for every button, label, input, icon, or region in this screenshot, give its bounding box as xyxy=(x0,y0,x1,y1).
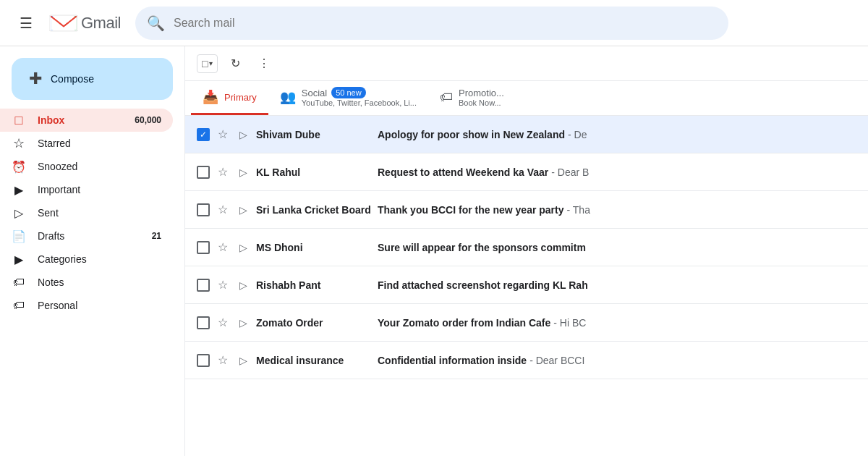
important-button[interactable]: ▷ xyxy=(236,240,250,255)
drafts-icon: 📄 xyxy=(12,229,26,243)
table-row[interactable]: ☆ ▷ Rishabh Pant Find attached screensho… xyxy=(185,266,868,304)
star-button[interactable]: ☆ xyxy=(216,203,230,217)
email-checkbox[interactable]: ✓ xyxy=(197,128,210,141)
important-button[interactable]: ▷ xyxy=(236,316,250,330)
star-button[interactable]: ☆ xyxy=(216,278,230,292)
email-sender: Medical insurance xyxy=(256,355,372,366)
more-icon: ⋮ xyxy=(258,56,270,70)
sidebar-item-starred[interactable]: ☆Starred xyxy=(0,132,173,155)
promotions-tab-label: Promotio... xyxy=(459,88,504,98)
sidebar-item-categories[interactable]: ▶Categories xyxy=(0,248,173,271)
important-button[interactable]: ▷ xyxy=(236,353,250,368)
sidebar-item-label: Notes xyxy=(38,276,161,288)
important-button[interactable]: ▷ xyxy=(236,127,250,142)
promotions-tab-sublabel: Book Now... xyxy=(459,98,504,107)
gmail-m-icon xyxy=(49,12,78,34)
refresh-button[interactable]: ↻ xyxy=(224,52,247,75)
email-subject: Apology for poor show in New Zealand xyxy=(378,129,565,140)
email-body: Find attached screenshot regarding KL Ra… xyxy=(378,279,856,291)
star-icon: ☆ xyxy=(12,135,26,151)
email-subject: Sure will appear for the sponsors commit… xyxy=(378,242,586,253)
table-row[interactable]: ☆ ▷ Medical insurance Confidential infor… xyxy=(185,342,868,379)
sidebar-item-count: 60,000 xyxy=(135,115,161,125)
categories-icon: ▶ xyxy=(12,253,26,266)
tab-promotions[interactable]: 🏷 Promotio... Book Now... xyxy=(428,81,516,115)
email-preview: - De xyxy=(568,129,587,140)
table-row[interactable]: ☆ ▷ Sri Lanka Cricket Board Thank you BC… xyxy=(185,191,868,229)
main-content: □ ▾ ↻ ⋮ 📥 Primary 👥 Social 50 new xyxy=(185,46,868,456)
social-tab-sublabel: YouTube, Twitter, Facebook, Li... xyxy=(302,98,417,107)
email-body: Your Zomato order from Indian Cafe - Hi … xyxy=(378,317,856,329)
app-header: ☰ Gmail 🔍 xyxy=(0,0,868,46)
email-checkbox[interactable] xyxy=(197,316,210,329)
important-button[interactable]: ▷ xyxy=(236,278,250,292)
email-checkbox[interactable] xyxy=(197,203,210,216)
promotions-tab-content: Promotio... Book Now... xyxy=(459,88,504,107)
star-button[interactable]: ☆ xyxy=(216,165,230,180)
social-tab-icon: 👥 xyxy=(280,89,296,105)
table-row[interactable]: ☆ ▷ MS Dhoni Sure will appear for the sp… xyxy=(185,229,868,266)
toolbar: □ ▾ ↻ ⋮ xyxy=(185,46,868,81)
email-body: Request to attend Weekend ka Vaar - Dear… xyxy=(378,166,856,178)
email-checkbox[interactable] xyxy=(197,166,210,179)
email-sender: Sri Lanka Cricket Board xyxy=(256,204,372,216)
star-button[interactable]: ☆ xyxy=(216,127,230,142)
email-sender: Rishabh Pant xyxy=(256,279,372,291)
sidebar-item-sent[interactable]: ▷Sent xyxy=(0,201,173,224)
nav-list: □Inbox60,000☆Starred⏰Snoozed▶Important▷S… xyxy=(0,109,184,317)
email-preview: - Dear B xyxy=(551,166,589,178)
compose-button[interactable]: ✚ Compose xyxy=(12,58,173,100)
hamburger-button[interactable]: ☰ xyxy=(12,9,41,38)
tab-social[interactable]: 👥 Social 50 new YouTube, Twitter, Facebo… xyxy=(268,81,428,115)
table-row[interactable]: ✓ ☆ ▷ Shivam Dube Apology for poor show … xyxy=(185,116,868,153)
personal-icon: 🏷 xyxy=(12,299,26,312)
email-list: ✓ ☆ ▷ Shivam Dube Apology for poor show … xyxy=(185,116,868,456)
star-button[interactable]: ☆ xyxy=(216,240,230,255)
sidebar-item-snoozed[interactable]: ⏰Snoozed xyxy=(0,155,173,178)
email-sender: MS Dhoni xyxy=(256,242,372,253)
sidebar-item-label: Drafts xyxy=(38,230,140,242)
sidebar-item-label: Sent xyxy=(38,207,161,219)
sidebar-item-count: 21 xyxy=(152,231,161,241)
email-subject: Request to attend Weekend ka Vaar xyxy=(378,166,548,178)
sidebar-item-label: Personal xyxy=(38,300,161,311)
important-icon: ▶ xyxy=(12,183,26,197)
email-preview: - Dear BCCI xyxy=(529,355,584,366)
email-subject: Your Zomato order from Indian Cafe xyxy=(378,317,550,329)
table-row[interactable]: ☆ ▷ Zomato Order Your Zomato order from … xyxy=(185,304,868,342)
email-body: Sure will appear for the sponsors commit… xyxy=(378,242,856,253)
important-button[interactable]: ▷ xyxy=(236,203,250,217)
tab-primary[interactable]: 📥 Primary xyxy=(191,81,268,115)
inbox-icon: □ xyxy=(12,113,26,128)
more-options-button[interactable]: ⋮ xyxy=(252,52,276,75)
email-checkbox[interactable] xyxy=(197,354,210,367)
social-badge: 50 new xyxy=(331,87,365,98)
sidebar: ✚ Compose □Inbox60,000☆Starred⏰Snoozed▶I… xyxy=(0,46,185,456)
email-body: Thank you BCCI for the new year party - … xyxy=(378,204,856,216)
email-subject: Find attached screenshot regarding KL Ra… xyxy=(378,279,588,291)
compose-plus-icon: ✚ xyxy=(29,69,42,88)
search-icon: 🔍 xyxy=(147,14,165,32)
sidebar-item-personal[interactable]: 🏷Personal xyxy=(0,294,173,317)
snoozed-icon: ⏰ xyxy=(12,160,26,174)
email-sender: KL Rahul xyxy=(256,166,372,178)
star-button[interactable]: ☆ xyxy=(216,353,230,368)
search-input[interactable] xyxy=(174,17,717,30)
promotions-tab-icon: 🏷 xyxy=(440,90,453,105)
email-checkbox[interactable] xyxy=(197,279,210,292)
star-button[interactable]: ☆ xyxy=(216,316,230,330)
sidebar-item-important[interactable]: ▶Important xyxy=(0,178,173,201)
select-all-button[interactable]: □ ▾ xyxy=(197,54,218,73)
email-preview: - Hi BC xyxy=(553,317,586,329)
important-button[interactable]: ▷ xyxy=(236,165,250,180)
sidebar-item-label: Categories xyxy=(38,253,161,265)
table-row[interactable]: ☆ ▷ KL Rahul Request to attend Weekend k… xyxy=(185,153,868,191)
select-dropdown-icon: ▾ xyxy=(209,59,213,67)
search-bar[interactable]: 🔍 xyxy=(135,7,728,40)
sidebar-item-drafts[interactable]: 📄Drafts21 xyxy=(0,224,173,248)
email-checkbox[interactable] xyxy=(197,241,210,254)
email-subject: Thank you BCCI for the new year party xyxy=(378,204,564,216)
sidebar-item-inbox[interactable]: □Inbox60,000 xyxy=(0,109,173,132)
sidebar-item-label: Starred xyxy=(38,138,161,149)
sidebar-item-notes[interactable]: 🏷Notes xyxy=(0,271,173,294)
